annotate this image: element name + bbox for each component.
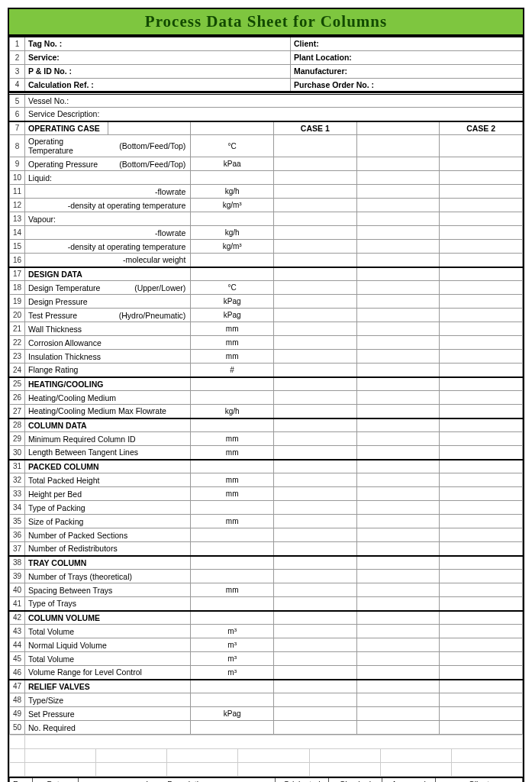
value-cell[interactable] [440, 295, 523, 309]
value-cell[interactable] [273, 693, 356, 707]
value-cell[interactable] [273, 446, 356, 460]
value-cell[interactable] [356, 597, 440, 611]
value-cell[interactable] [356, 171, 440, 185]
value-cell[interactable] [356, 570, 440, 583]
value-cell[interactable] [356, 364, 440, 377]
value-cell[interactable] [440, 638, 523, 652]
value-cell[interactable] [440, 281, 523, 295]
value-cell[interactable] [273, 625, 356, 638]
value-cell[interactable] [440, 473, 523, 487]
value-cell[interactable] [356, 135, 440, 157]
value-cell[interactable] [356, 185, 440, 199]
value-cell[interactable] [440, 583, 523, 597]
value-cell[interactable] [440, 432, 523, 446]
field-label[interactable]: Service Description: [25, 108, 523, 121]
value-cell[interactable] [356, 501, 440, 515]
value-cell[interactable] [273, 212, 356, 226]
value-cell[interactable] [356, 240, 440, 254]
value-cell[interactable] [440, 226, 523, 240]
value-cell[interactable] [440, 625, 523, 638]
value-cell[interactable] [356, 281, 440, 295]
value-cell[interactable] [440, 501, 523, 515]
value-cell[interactable] [440, 446, 523, 460]
value-cell[interactable] [273, 254, 356, 267]
field-label[interactable]: Vessel No.: [25, 94, 523, 108]
value-cell[interactable] [356, 322, 440, 336]
value-cell[interactable] [440, 185, 523, 199]
value-cell[interactable] [440, 309, 523, 322]
value-cell[interactable] [273, 528, 356, 542]
value-cell[interactable] [440, 405, 523, 418]
value-cell[interactable] [440, 171, 523, 185]
value-cell[interactable] [273, 157, 356, 171]
value-cell[interactable] [356, 487, 440, 501]
value-cell[interactable] [356, 625, 440, 638]
value-cell[interactable] [440, 240, 523, 254]
value-cell[interactable] [356, 528, 440, 542]
value-cell[interactable] [440, 721, 523, 735]
value-cell[interactable] [273, 487, 356, 501]
value-cell[interactable] [440, 528, 523, 542]
value-cell[interactable] [356, 638, 440, 652]
value-cell[interactable] [273, 240, 356, 254]
value-cell[interactable] [440, 597, 523, 611]
value-cell[interactable] [440, 652, 523, 666]
field-label[interactable]: Tag No. : [25, 37, 291, 50]
value-cell[interactable] [440, 157, 523, 171]
value-cell[interactable] [356, 473, 440, 487]
value-cell[interactable] [440, 515, 523, 528]
value-cell[interactable] [356, 693, 440, 707]
value-cell[interactable] [440, 336, 523, 350]
value-cell[interactable] [273, 707, 356, 721]
value-cell[interactable] [356, 542, 440, 556]
value-cell[interactable] [273, 432, 356, 446]
value-cell[interactable] [440, 350, 523, 364]
value-cell[interactable] [273, 721, 356, 735]
value-cell[interactable] [356, 295, 440, 309]
field-label[interactable]: Calculation Ref. : [25, 78, 291, 92]
value-cell[interactable] [440, 254, 523, 267]
value-cell[interactable] [356, 666, 440, 680]
value-cell[interactable] [273, 583, 356, 597]
value-cell[interactable] [273, 322, 356, 336]
value-cell[interactable] [356, 446, 440, 460]
value-cell[interactable] [356, 157, 440, 171]
value-cell[interactable] [440, 570, 523, 583]
value-cell[interactable] [273, 171, 356, 185]
value-cell[interactable] [356, 336, 440, 350]
field-label[interactable]: Purchase Order No. : [291, 78, 523, 92]
value-cell[interactable] [356, 405, 440, 418]
value-cell[interactable] [273, 501, 356, 515]
value-cell[interactable] [440, 212, 523, 226]
value-cell[interactable] [356, 583, 440, 597]
value-cell[interactable] [273, 226, 356, 240]
value-cell[interactable] [273, 542, 356, 556]
value-cell[interactable] [273, 350, 356, 364]
value-cell[interactable] [356, 212, 440, 226]
value-cell[interactable] [273, 597, 356, 611]
value-cell[interactable] [440, 693, 523, 707]
value-cell[interactable] [273, 309, 356, 322]
value-cell[interactable] [356, 254, 440, 267]
value-cell[interactable] [356, 515, 440, 528]
value-cell[interactable] [440, 707, 523, 721]
value-cell[interactable] [273, 336, 356, 350]
value-cell[interactable] [273, 515, 356, 528]
value-cell[interactable] [273, 391, 356, 405]
value-cell[interactable] [356, 707, 440, 721]
value-cell[interactable] [440, 135, 523, 157]
value-cell[interactable] [273, 638, 356, 652]
value-cell[interactable] [440, 364, 523, 377]
value-cell[interactable] [356, 199, 440, 212]
value-cell[interactable] [440, 542, 523, 556]
value-cell[interactable] [273, 666, 356, 680]
value-cell[interactable] [273, 281, 356, 295]
field-label[interactable]: Manufacturer: [291, 64, 523, 78]
value-cell[interactable] [273, 364, 356, 377]
value-cell[interactable] [273, 199, 356, 212]
value-cell[interactable] [440, 666, 523, 680]
value-cell[interactable] [273, 473, 356, 487]
value-cell[interactable] [356, 350, 440, 364]
value-cell[interactable] [273, 570, 356, 583]
value-cell[interactable] [273, 652, 356, 666]
